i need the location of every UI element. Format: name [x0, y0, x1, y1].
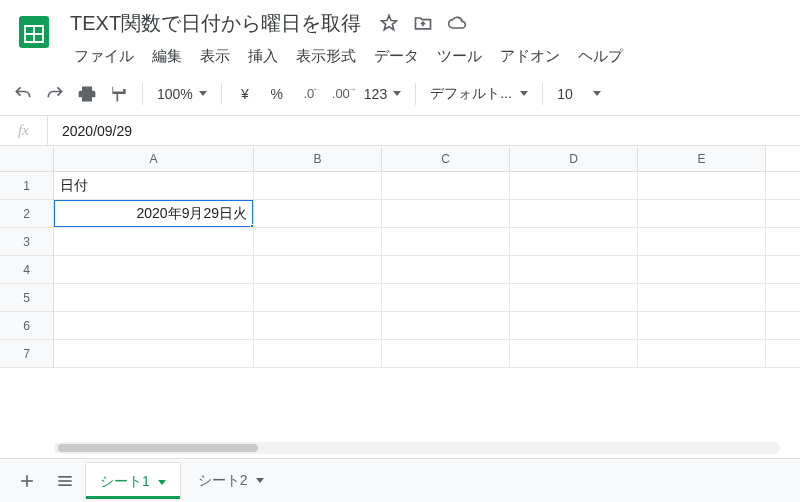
cell-A2[interactable]: 2020年9月29日火	[54, 200, 254, 227]
cell-E4[interactable]	[638, 256, 766, 283]
menu-insert[interactable]: 挿入	[240, 43, 286, 70]
toolbar-separator	[415, 83, 416, 105]
spreadsheet-grid: A B C D E 1 日付 2 2020年9月29日火	[0, 146, 800, 458]
sheet-tab-2[interactable]: シート2	[184, 463, 278, 499]
chevron-down-icon[interactable]	[256, 478, 264, 483]
chevron-down-icon[interactable]	[158, 480, 166, 485]
cell-A3[interactable]	[54, 228, 254, 255]
menu-edit[interactable]: 編集	[144, 43, 190, 70]
all-sheets-button[interactable]	[48, 464, 82, 498]
col-header-E[interactable]: E	[638, 146, 766, 171]
menu-format[interactable]: 表示形式	[288, 43, 364, 70]
col-header-A[interactable]: A	[54, 146, 254, 171]
cell-D6[interactable]	[510, 312, 638, 339]
menu-view[interactable]: 表示	[192, 43, 238, 70]
cell-D1[interactable]	[510, 172, 638, 199]
formula-input[interactable]: 2020/09/29	[48, 123, 800, 139]
cell-D2[interactable]	[510, 200, 638, 227]
menu-bar: ファイル 編集 表示 挿入 表示形式 データ ツール アドオン ヘルプ	[66, 40, 788, 72]
grid-rows: 1 日付 2 2020年9月29日火 3	[0, 172, 800, 368]
cell-C4[interactable]	[382, 256, 510, 283]
cell-D5[interactable]	[510, 284, 638, 311]
decrease-decimal-button[interactable]: .0←	[294, 79, 324, 109]
horizontal-scrollbar[interactable]	[54, 442, 780, 454]
cell-C7[interactable]	[382, 340, 510, 367]
move-icon[interactable]	[413, 13, 433, 33]
row-header-3[interactable]: 3	[0, 228, 54, 255]
row-header-5[interactable]: 5	[0, 284, 54, 311]
row-header-6[interactable]: 6	[0, 312, 54, 339]
cell-E7[interactable]	[638, 340, 766, 367]
chevron-down-icon	[393, 91, 401, 96]
cell-E2[interactable]	[638, 200, 766, 227]
cell-A6[interactable]	[54, 312, 254, 339]
select-all-corner[interactable]	[0, 146, 54, 171]
toolbar: 100% ¥ % .0← .00→ 123 デフォルト... 10	[0, 72, 800, 116]
cell-C5[interactable]	[382, 284, 510, 311]
cell-A1[interactable]: 日付	[54, 172, 254, 199]
menu-help[interactable]: ヘルプ	[570, 43, 631, 70]
cell-C6[interactable]	[382, 312, 510, 339]
undo-button[interactable]	[8, 79, 38, 109]
fill-handle[interactable]	[250, 224, 254, 227]
row-5: 5	[0, 284, 800, 312]
cell-A4[interactable]	[54, 256, 254, 283]
row-header-4[interactable]: 4	[0, 256, 54, 283]
row-header-7[interactable]: 7	[0, 340, 54, 367]
document-title[interactable]: TEXT関数で日付から曜日を取得	[66, 8, 365, 39]
cell-B6[interactable]	[254, 312, 382, 339]
row-1: 1 日付	[0, 172, 800, 200]
cell-A5[interactable]	[54, 284, 254, 311]
row-7: 7	[0, 340, 800, 368]
cell-A7[interactable]	[54, 340, 254, 367]
title-row: TEXT関数で日付から曜日を取得	[66, 8, 788, 38]
sheet-tab-label: シート2	[198, 472, 248, 490]
increase-decimal-button[interactable]: .00→	[326, 79, 356, 109]
sheet-tab-1[interactable]: シート1	[86, 463, 180, 499]
cell-B7[interactable]	[254, 340, 382, 367]
scrollbar-thumb[interactable]	[58, 444, 258, 452]
cell-B5[interactable]	[254, 284, 382, 311]
menu-tools[interactable]: ツール	[429, 43, 490, 70]
cloud-status-icon[interactable]	[447, 13, 467, 33]
font-size-select[interactable]: 10	[551, 79, 607, 109]
col-header-B[interactable]: B	[254, 146, 382, 171]
row-header-1[interactable]: 1	[0, 172, 54, 199]
more-formats-button[interactable]: 123	[358, 79, 407, 109]
print-button[interactable]	[72, 79, 102, 109]
paint-format-button[interactable]	[104, 79, 134, 109]
col-header-D[interactable]: D	[510, 146, 638, 171]
cell-B4[interactable]	[254, 256, 382, 283]
menu-addons[interactable]: アドオン	[492, 43, 568, 70]
cell-E5[interactable]	[638, 284, 766, 311]
font-family-select[interactable]: デフォルト...	[424, 79, 534, 109]
format-percent-button[interactable]: %	[262, 79, 292, 109]
svg-marker-4	[382, 16, 397, 30]
cell-value: 2020年9月29日火	[136, 205, 247, 223]
cell-C1[interactable]	[382, 172, 510, 199]
row-6: 6	[0, 312, 800, 340]
menu-data[interactable]: データ	[366, 43, 427, 70]
zoom-select[interactable]: 100%	[151, 79, 213, 109]
redo-button[interactable]	[40, 79, 70, 109]
row-header-2[interactable]: 2	[0, 200, 54, 227]
menu-file[interactable]: ファイル	[66, 43, 142, 70]
cell-E3[interactable]	[638, 228, 766, 255]
cell-B3[interactable]	[254, 228, 382, 255]
sheets-logo-icon[interactable]	[12, 10, 56, 54]
add-sheet-button[interactable]	[10, 464, 44, 498]
star-icon[interactable]	[379, 13, 399, 33]
cell-D3[interactable]	[510, 228, 638, 255]
cell-C2[interactable]	[382, 200, 510, 227]
cell-C3[interactable]	[382, 228, 510, 255]
cell-B1[interactable]	[254, 172, 382, 199]
cell-D7[interactable]	[510, 340, 638, 367]
format-currency-button[interactable]: ¥	[230, 79, 260, 109]
fx-label[interactable]: fx	[0, 116, 48, 145]
cell-E1[interactable]	[638, 172, 766, 199]
col-header-C[interactable]: C	[382, 146, 510, 171]
cell-E6[interactable]	[638, 312, 766, 339]
sheet-tab-bar: シート1 シート2	[0, 458, 800, 502]
cell-D4[interactable]	[510, 256, 638, 283]
cell-B2[interactable]	[254, 200, 382, 227]
